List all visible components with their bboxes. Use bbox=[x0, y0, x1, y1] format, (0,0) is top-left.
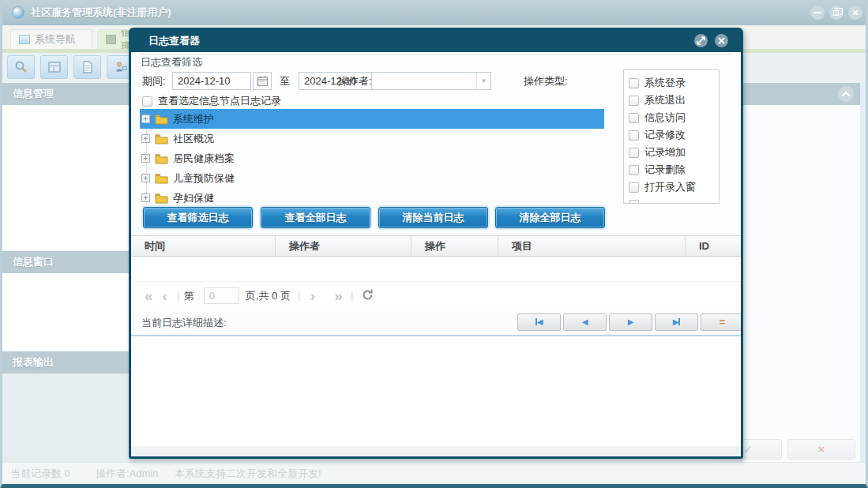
panel-header-info-mgmt[interactable]: 信息管理 bbox=[2, 83, 131, 105]
column-id[interactable]: ID bbox=[686, 236, 741, 256]
column-operator[interactable]: 操作者 bbox=[276, 236, 411, 256]
type-label: 系统登录 bbox=[644, 76, 686, 90]
folder-icon bbox=[155, 173, 168, 184]
document-button[interactable] bbox=[73, 55, 101, 79]
log-table-body bbox=[131, 257, 741, 281]
record-last-button[interactable]: ▶ bbox=[655, 313, 698, 331]
record-next-button[interactable]: ▶ bbox=[609, 313, 652, 331]
view-all-logs-button[interactable]: 查看全部日志 bbox=[261, 207, 370, 228]
magnifier-icon bbox=[14, 60, 28, 74]
type-item-record-delete[interactable]: 记录删除 bbox=[629, 161, 719, 178]
clear-all-logs-button[interactable]: 清除全部日志 bbox=[495, 207, 605, 228]
period-label: 期间: bbox=[142, 74, 166, 88]
expand-plus-icon[interactable] bbox=[141, 114, 150, 123]
detail-description-area[interactable] bbox=[131, 335, 741, 446]
type-item-record-add[interactable]: 记录增加 bbox=[629, 144, 719, 161]
close-button[interactable]: × bbox=[848, 6, 862, 20]
column-item[interactable]: 项目 bbox=[498, 236, 686, 256]
checkbox[interactable] bbox=[629, 113, 639, 123]
dialog-close-button[interactable] bbox=[715, 34, 728, 47]
detail-toolbar: 当前日志详细描述: ◀ ◀ ▶ ▶ = bbox=[131, 310, 741, 335]
tab-system-nav[interactable]: 系统导航 bbox=[10, 29, 92, 49]
pagination-bar: « ‹ | 第 页,共 0 页 | › » | bbox=[131, 281, 741, 310]
type-label: 记录删除 bbox=[644, 163, 686, 177]
chevron-down-icon[interactable]: ▼ bbox=[476, 73, 490, 89]
checkbox[interactable] bbox=[629, 96, 639, 106]
expand-plus-icon[interactable] bbox=[141, 134, 150, 143]
type-item-login[interactable]: 系统登录 bbox=[629, 74, 719, 92]
filter-legend: 日志查看筛选 bbox=[141, 55, 207, 69]
type-item-logout[interactable]: 系统退出 bbox=[629, 92, 719, 109]
type-label: 系统退出 bbox=[644, 93, 686, 107]
separator: | bbox=[173, 289, 184, 302]
panel-info-window-label: 信息窗口 bbox=[13, 256, 54, 268]
node-filter-label: 查看选定信息节点日志记录 bbox=[158, 94, 281, 108]
report-grid-button[interactable] bbox=[40, 55, 68, 79]
prev-arrow-icon: ◀ bbox=[582, 317, 588, 326]
type-item-info-access[interactable]: 信息访问 bbox=[629, 109, 719, 126]
prev-page-icon[interactable]: ‹ bbox=[157, 288, 173, 304]
chevron-up-icon bbox=[841, 90, 851, 98]
dialog-resize-button[interactable] bbox=[694, 34, 708, 47]
folder-icon bbox=[155, 193, 168, 204]
checkbox[interactable] bbox=[629, 148, 639, 158]
node-filter-checkbox-row[interactable]: 查看选定信息节点日志记录 bbox=[142, 94, 281, 108]
view-filtered-logs-button[interactable]: 查看筛选日志 bbox=[143, 207, 253, 228]
record-first-button[interactable]: ◀ bbox=[517, 313, 561, 331]
status-operator: 操作者:Admin bbox=[96, 463, 158, 485]
checkbox[interactable] bbox=[629, 130, 639, 141]
tree-item-label: 社区概况 bbox=[173, 132, 214, 146]
type-item-partial[interactable] bbox=[629, 196, 719, 204]
dialog-titlebar[interactable]: 日志查看器 bbox=[131, 30, 741, 52]
minimize-button[interactable] bbox=[810, 6, 825, 20]
tree-item-maternal-care[interactable]: 孕妇保健 bbox=[140, 188, 604, 204]
calendar-icon bbox=[257, 75, 269, 87]
app-title: 社区服务管理系统(非注册用户) bbox=[31, 6, 171, 20]
date-from-input[interactable] bbox=[172, 72, 251, 90]
expand-plus-icon[interactable] bbox=[141, 154, 150, 163]
right-scrollbar[interactable] bbox=[860, 83, 868, 462]
node-filter-checkbox[interactable] bbox=[142, 96, 152, 107]
tree-item-community-overview[interactable]: 社区概况 bbox=[140, 129, 604, 148]
panel-header-report[interactable]: 报表输出 bbox=[2, 351, 131, 374]
panel-header-info-window[interactable]: 信息窗口 bbox=[2, 251, 131, 273]
type-label: 信息访问 bbox=[644, 111, 686, 125]
dialog-body: 日志查看筛选 期间: 至 操作者: ▼ 操作类型: 查看选定信息节点日志记录 bbox=[131, 52, 741, 456]
dialog-close-icon bbox=[717, 36, 726, 45]
collapse-button[interactable] bbox=[838, 86, 854, 102]
page-number-input[interactable] bbox=[204, 287, 239, 304]
status-note: 本系统支持二次开发和全新开发! bbox=[175, 463, 321, 485]
tree-item-child-preventive-care[interactable]: 儿童预防保健 bbox=[140, 168, 604, 188]
checkbox[interactable] bbox=[629, 165, 639, 175]
last-page-icon[interactable]: » bbox=[329, 288, 347, 304]
restore-button[interactable] bbox=[829, 6, 844, 20]
operator-combobox[interactable]: ▼ bbox=[371, 72, 491, 90]
type-label: 操作类型: bbox=[524, 74, 568, 88]
first-page-icon[interactable]: « bbox=[139, 288, 157, 304]
checkbox[interactable] bbox=[629, 78, 639, 88]
prev-arrow-icon: ◀ bbox=[537, 317, 543, 326]
checkbox[interactable] bbox=[629, 182, 639, 193]
refresh-button[interactable] bbox=[361, 288, 374, 304]
checkbox[interactable] bbox=[629, 200, 639, 205]
column-operation[interactable]: 操作 bbox=[411, 236, 498, 256]
date-from-calendar-button[interactable] bbox=[253, 72, 272, 90]
type-item-open-entry-window[interactable]: 打开录入窗 bbox=[629, 178, 719, 196]
expand-plus-icon[interactable] bbox=[141, 193, 150, 202]
tree-item-system-maintenance[interactable]: 系统维护 bbox=[140, 109, 604, 129]
document-icon bbox=[81, 60, 95, 74]
search-edit-button[interactable] bbox=[7, 55, 35, 79]
confirm-cancel-button[interactable]: × bbox=[787, 439, 855, 460]
clear-current-logs-button[interactable]: 清除当前日志 bbox=[378, 207, 488, 228]
operation-type-list[interactable]: 系统登录 系统退出 信息访问 记录修改 记录增加 记录删除 打开录入窗 bbox=[623, 69, 720, 204]
record-prev-button[interactable]: ◀ bbox=[563, 313, 607, 331]
tree-item-resident-health-records[interactable]: 居民健康档案 bbox=[140, 148, 604, 168]
type-item-record-modify[interactable]: 记录修改 bbox=[629, 126, 719, 144]
column-time[interactable]: 时间 bbox=[131, 236, 276, 256]
panel-info-mgmt-label: 信息管理 bbox=[13, 88, 54, 99]
folder-icon bbox=[155, 153, 168, 164]
next-page-icon[interactable]: › bbox=[305, 288, 321, 304]
record-delete-button[interactable]: = bbox=[701, 313, 741, 331]
expand-plus-icon[interactable] bbox=[141, 174, 150, 182]
report-icon bbox=[47, 60, 62, 74]
